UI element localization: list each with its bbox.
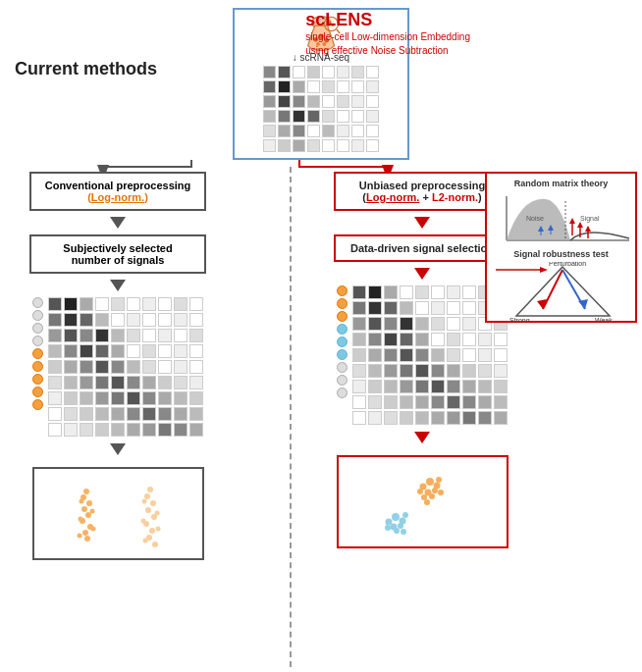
srt-title: Signal robustness test (492, 249, 630, 259)
svg-point-37 (140, 519, 145, 524)
svg-point-55 (398, 523, 403, 529)
left-result-box (32, 467, 204, 560)
svg-point-26 (147, 487, 153, 492)
left-large-grid (48, 297, 204, 438)
data-driven-label: Data-driven signal selection (350, 242, 494, 254)
right-scatter-plot (342, 460, 504, 543)
svg-point-34 (152, 542, 158, 547)
svg-marker-66 (569, 218, 575, 224)
sclens-subtitle: single-cell Low-dimension Embeddingusing… (305, 30, 470, 58)
arrow-down-3-right (414, 432, 430, 443)
svg-point-44 (432, 488, 438, 493)
svg-point-12 (83, 489, 89, 494)
svg-point-51 (392, 513, 400, 521)
arrow-down-2-left (110, 280, 126, 291)
svg-point-29 (145, 507, 151, 513)
right-result-box (337, 455, 508, 548)
svg-text:Weak: Weak (595, 317, 613, 321)
left-column: Conventional preprocessing (Log-norm.) S… (10, 172, 226, 560)
unbiased-label: Unbiased preprocessing (359, 180, 485, 191)
subj-label: Subjectively selectednumber of signals (63, 242, 172, 266)
svg-text:Signal: Signal (580, 215, 600, 223)
arrow-down-1-right (414, 217, 430, 229)
svg-point-39 (142, 539, 147, 543)
svg-text:Perturbation: Perturbation (549, 262, 586, 267)
sclens-title: scLENS (305, 10, 470, 30)
svg-point-56 (385, 525, 391, 531)
rmt-chart: Noise Signal (492, 191, 629, 245)
main-container: ↓ scRNA-seq (0, 0, 642, 672)
svg-point-35 (141, 499, 146, 504)
svg-point-59 (401, 529, 406, 535)
svg-point-22 (89, 509, 94, 514)
svg-point-46 (429, 493, 435, 499)
svg-point-47 (424, 499, 430, 505)
svg-point-14 (86, 500, 92, 506)
svg-point-20 (84, 536, 90, 542)
svg-point-21 (79, 499, 83, 504)
side-panel: Random matrix theory Noise Signal (485, 172, 637, 323)
svg-point-25 (77, 534, 81, 539)
left-scatter-plot (37, 472, 199, 555)
svg-point-49 (417, 489, 423, 494)
svg-text:Noise: Noise (526, 215, 544, 222)
current-methods-label: Current methods (15, 59, 157, 79)
arrow-down-1-left (110, 217, 126, 229)
svg-point-16 (85, 512, 91, 518)
subjective-signals-box: Subjectively selectednumber of signals (29, 234, 206, 274)
unbiased-preprocessing-box: Unbiased preprocessing (Log-norm. + L2-n… (334, 172, 510, 211)
svg-point-38 (155, 527, 160, 532)
svg-point-57 (402, 512, 408, 518)
svg-point-50 (438, 490, 444, 495)
svg-point-36 (154, 511, 159, 516)
svg-point-48 (436, 477, 442, 483)
svg-marker-68 (577, 222, 583, 228)
arrow-down-2-right (414, 268, 430, 280)
svg-point-24 (90, 527, 95, 532)
svg-point-58 (394, 528, 400, 534)
right-cell-icons (337, 285, 348, 398)
dashed-divider (290, 167, 292, 667)
svg-point-15 (81, 506, 87, 512)
svg-point-32 (149, 528, 155, 534)
center-mini-grid (263, 66, 380, 153)
svg-point-19 (82, 530, 88, 536)
arrow-down-3-left (110, 443, 126, 455)
unbiased-sub-label: (Log-norm. + L2-norm.) (362, 191, 481, 203)
svg-point-27 (144, 493, 150, 499)
svg-point-52 (385, 519, 392, 526)
conventional-preprocessing-box: Conventional preprocessing (Log-norm.) (29, 172, 206, 211)
side-panel-arrow (491, 263, 550, 278)
right-data-grid-container (337, 285, 508, 426)
svg-text:Strong: Strong (509, 317, 530, 321)
left-data-grid-container (32, 297, 204, 438)
svg-point-28 (150, 500, 156, 506)
svg-marker-70 (585, 226, 591, 232)
data-driven-box: Data-driven signal selection (334, 234, 510, 262)
sclens-label: scLENS single-cell Low-dimension Embeddi… (305, 10, 470, 58)
svg-point-23 (78, 517, 82, 522)
conv-sub-label: (Log-norm.) (87, 191, 148, 203)
rmt-title: Random matrix theory (492, 179, 630, 188)
conv-label: Conventional preprocessing (45, 180, 191, 191)
svg-marker-84 (540, 267, 548, 273)
left-cell-icons (32, 297, 43, 410)
rmt-chart-svg: Noise Signal (492, 191, 634, 245)
svg-point-45 (421, 494, 427, 500)
svg-point-40 (426, 478, 434, 486)
